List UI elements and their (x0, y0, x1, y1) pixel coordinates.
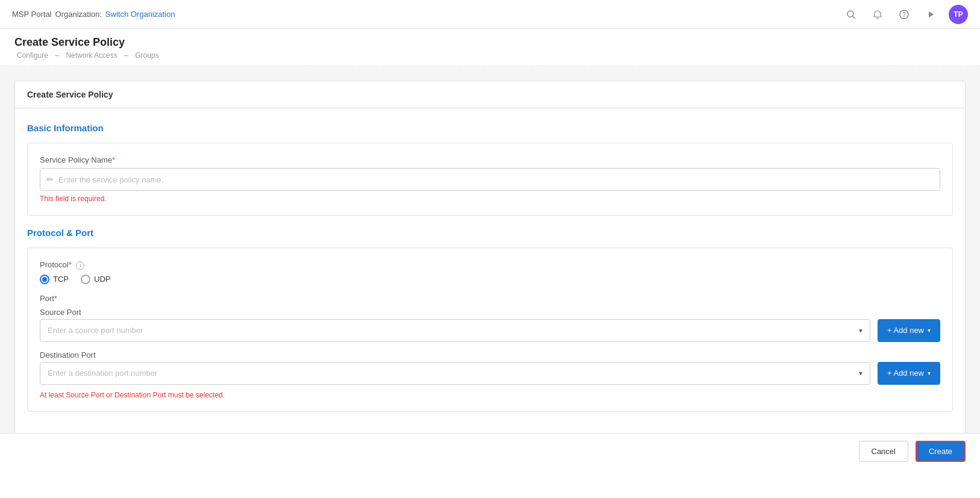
breadcrumb-sep1: – (55, 51, 59, 60)
tcp-label: TCP (53, 275, 69, 284)
create-button[interactable]: Create (916, 441, 966, 451)
source-add-new-label: + Add new (887, 326, 924, 335)
source-port-chevron-icon: ▾ (859, 326, 862, 335)
port-label: Port* (40, 294, 940, 303)
udp-radio[interactable] (81, 275, 90, 284)
breadcrumb-sep2: – (124, 51, 128, 60)
source-port-label: Source Port (40, 308, 940, 317)
tcp-radio-label[interactable]: TCP (40, 275, 69, 284)
topnav-right: ? TP (843, 5, 968, 24)
tcp-radio[interactable] (40, 275, 49, 284)
portal-label: MSP Portal (12, 10, 52, 19)
source-port-add-new-button[interactable]: + Add new ▾ (878, 319, 940, 342)
top-navigation: MSP Portal Organization: Switch Organiza… (0, 0, 980, 29)
help-icon: ? (899, 10, 909, 19)
topnav-left: MSP Portal Organization: Switch Organiza… (12, 10, 175, 19)
name-error-text: This field is required. (40, 195, 940, 203)
search-icon (846, 10, 856, 19)
cast-button[interactable] (922, 6, 939, 23)
cast-icon (926, 10, 935, 19)
source-port-placeholder: Enter a source port number (48, 326, 143, 335)
port-section: Port* Source Port Enter a source port nu… (40, 294, 940, 399)
dest-add-caret-icon: ▾ (928, 370, 931, 376)
svg-line-1 (853, 16, 855, 19)
service-policy-name-input[interactable] (58, 175, 934, 184)
avatar-text: TP (953, 10, 963, 19)
notifications-button[interactable] (869, 6, 886, 23)
destination-port-label: Destination Port (40, 350, 940, 359)
port-error-text: At least Source Port or Destination Port… (40, 391, 940, 399)
help-button[interactable]: ? (896, 6, 912, 23)
card-body: Basic Information Service Policy Name* ✏… (15, 108, 965, 436)
service-policy-name-input-wrapper: ✏ (40, 168, 940, 191)
basic-information-section: Service Policy Name* ✏ This field is req… (27, 143, 953, 216)
protocol-port-section: Protocol* i TCP UDP Port* (27, 247, 953, 412)
breadcrumb-area: Create Service Policy Configure – Networ… (0, 29, 980, 66)
service-policy-name-label: Service Policy Name* (40, 155, 940, 164)
destination-port-chevron-icon: ▾ (859, 369, 862, 378)
breadcrumb: Configure – Network Access – Groups (14, 51, 966, 66)
udp-radio-label[interactable]: UDP (81, 275, 110, 284)
breadcrumb-configure[interactable]: Configure (17, 51, 48, 60)
card-header: Create Service Policy (15, 81, 965, 108)
destination-port-select[interactable]: Enter a destination port number ▾ (40, 362, 870, 385)
breadcrumb-groups[interactable]: Groups (135, 51, 159, 60)
source-port-select[interactable]: Enter a source port number ▾ (40, 319, 870, 342)
protocol-row: TCP UDP (40, 275, 940, 284)
search-button[interactable] (843, 6, 859, 23)
svg-point-0 (847, 11, 853, 17)
pencil-icon: ✏ (46, 175, 54, 184)
breadcrumb-network-access[interactable]: Network Access (66, 51, 117, 60)
source-add-caret-icon: ▾ (928, 327, 931, 334)
destination-port-row: Enter a destination port number ▾ + Add … (40, 362, 940, 385)
destination-port-add-new-button[interactable]: + Add new ▾ (878, 362, 940, 385)
svg-marker-4 (929, 11, 934, 17)
page-title: Create Service Policy (14, 36, 966, 49)
udp-label: UDP (94, 275, 110, 284)
protocol-port-heading: Protocol & Port (27, 228, 953, 238)
dest-add-new-label: + Add new (887, 369, 924, 378)
switch-org-link[interactable]: Switch Organization (105, 10, 175, 19)
main-card: Create Service Policy Basic Information … (14, 81, 966, 437)
org-label: Organization: (55, 10, 102, 19)
page-footer: Cancel Create (0, 433, 980, 451)
protocol-label: Protocol* i (40, 260, 940, 270)
protocol-info-icon: i (76, 261, 84, 270)
source-port-row: Enter a source port number ▾ + Add new ▾ (40, 319, 940, 342)
basic-information-heading: Basic Information (27, 123, 953, 133)
destination-port-placeholder: Enter a destination port number (48, 369, 157, 378)
main-content: Create Service Policy Basic Information … (0, 66, 980, 451)
bell-icon (873, 10, 882, 19)
svg-text:?: ? (902, 11, 906, 18)
cancel-button[interactable]: Cancel (859, 441, 908, 451)
avatar[interactable]: TP (949, 5, 968, 24)
